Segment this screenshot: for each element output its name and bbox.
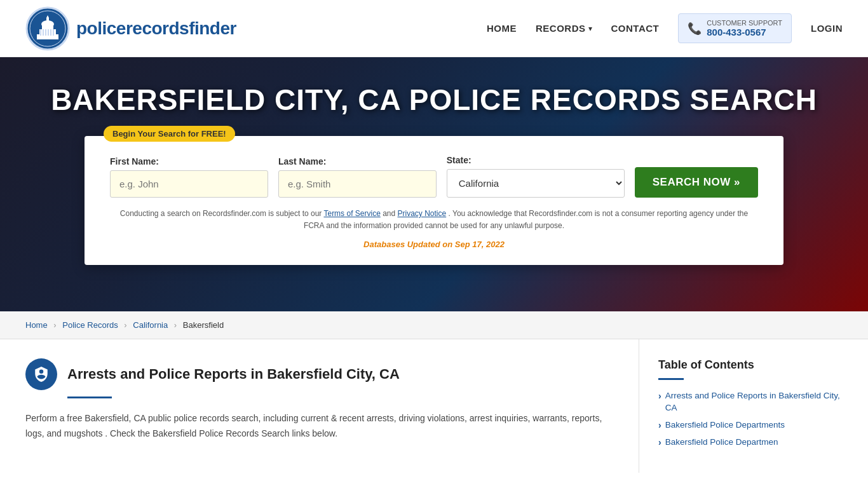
- toc-item: › Arrests and Police Reports in Bakersfi…: [658, 390, 843, 414]
- search-card: Begin Your Search for FREE! First Name: …: [85, 136, 783, 265]
- svg-rect-13: [53, 29, 54, 36]
- toc-chevron: ›: [658, 437, 661, 447]
- badge-icon: [33, 366, 50, 383]
- search-button[interactable]: SEARCH NOW »: [635, 167, 758, 198]
- last-name-field: Last Name:: [278, 156, 437, 198]
- nav-home[interactable]: HOME: [487, 23, 517, 34]
- svg-rect-10: [45, 29, 46, 36]
- svg-rect-12: [50, 29, 51, 36]
- breadcrumb-sep-3: ›: [174, 320, 177, 330]
- breadcrumb-california[interactable]: California: [133, 320, 168, 330]
- logo-icon: [25, 6, 70, 51]
- toc-divider: [658, 378, 684, 380]
- main-nav: HOME RECORDS ▾ CONTACT 📞 CUSTOMER SUPPOR…: [487, 13, 843, 43]
- first-name-input[interactable]: [110, 170, 268, 198]
- breadcrumb-home[interactable]: Home: [25, 320, 48, 330]
- toc-list: › Arrests and Police Reports in Bakersfi…: [658, 390, 843, 449]
- svg-rect-6: [46, 18, 49, 24]
- first-name-field: First Name:: [110, 156, 268, 198]
- toc-chevron: ›: [658, 420, 661, 430]
- toc-link[interactable]: Arrests and Police Reports in Bakersfiel…: [665, 390, 843, 414]
- article-header: Arrests and Police Reports in Bakersfiel…: [25, 358, 620, 390]
- breadcrumb-police-records[interactable]: Police Records: [62, 320, 118, 330]
- customer-support-button[interactable]: 📞 CUSTOMER SUPPORT 800-433-0567: [678, 13, 792, 43]
- breadcrumb-sep-2: ›: [124, 320, 126, 330]
- toc-chevron: ›: [658, 391, 661, 401]
- toc-link[interactable]: Bakersfield Police Departments: [665, 419, 785, 431]
- updated-text: Databases Updated on Sep 17, 2022: [110, 240, 758, 249]
- search-row: First Name: Last Name: State: AlabamaAla…: [110, 155, 758, 198]
- svg-rect-9: [43, 29, 44, 36]
- toc-item: › Bakersfield Police Departmen: [658, 437, 843, 449]
- phone-icon: 📞: [688, 22, 702, 36]
- customer-support-info: CUSTOMER SUPPORT 800-433-0567: [707, 19, 782, 37]
- state-label: State:: [447, 155, 625, 165]
- free-badge: Begin Your Search for FREE!: [104, 126, 235, 142]
- hero-title: BAKERSFIELD CITY, CA POLICE RECORDS SEAR…: [51, 83, 817, 117]
- toc-title: Table of Contents: [658, 358, 843, 372]
- first-name-label: First Name:: [110, 156, 268, 166]
- breadcrumb-current: Bakersfield: [183, 320, 224, 330]
- breadcrumb-sep-1: ›: [53, 320, 56, 330]
- content-left: Arrests and Police Reports in Bakersfiel…: [25, 339, 639, 473]
- nav-records-dropdown[interactable]: RECORDS ▾: [536, 23, 592, 34]
- main-content: Arrests and Police Reports in Bakersfiel…: [0, 339, 868, 473]
- nav-contact[interactable]: CONTACT: [611, 23, 660, 34]
- breadcrumb: Home › Police Records › California › Bak…: [0, 311, 868, 339]
- state-field: State: AlabamaAlaskaArizonaArkansasCalif…: [447, 155, 625, 198]
- last-name-label: Last Name:: [278, 156, 437, 166]
- state-select[interactable]: AlabamaAlaskaArizonaArkansasCaliforniaCo…: [447, 169, 625, 198]
- site-header: policerecordsfinder HOME RECORDS ▾ CONTA…: [0, 0, 868, 57]
- nav-records-chevron: ▾: [588, 24, 592, 33]
- logo[interactable]: policerecordsfinder: [25, 6, 236, 51]
- last-name-input[interactable]: [278, 170, 437, 198]
- privacy-link[interactable]: Privacy Notice: [398, 209, 447, 218]
- logo-text: policerecordsfinder: [76, 18, 236, 39]
- svg-rect-8: [40, 29, 41, 36]
- login-button[interactable]: LOGIN: [811, 23, 843, 34]
- article-title: Arrests and Police Reports in Bakersfiel…: [67, 366, 400, 383]
- article-divider: [67, 396, 112, 398]
- hero-section: BAKERSFIELD CITY, CA POLICE RECORDS SEAR…: [0, 57, 868, 311]
- nav-records-link[interactable]: RECORDS: [536, 23, 586, 34]
- article-icon: [25, 358, 57, 390]
- tos-link[interactable]: Terms of Service: [323, 209, 380, 218]
- svg-rect-11: [48, 29, 49, 36]
- content-right: Table of Contents › Arrests and Police R…: [639, 339, 843, 473]
- toc-item: › Bakersfield Police Departments: [658, 419, 843, 431]
- disclaimer-text: Conducting a search on Recordsfinder.com…: [110, 208, 758, 232]
- toc-link[interactable]: Bakersfield Police Departmen: [665, 437, 778, 449]
- article-body: Perform a free Bakersfield, CA public po…: [25, 411, 620, 442]
